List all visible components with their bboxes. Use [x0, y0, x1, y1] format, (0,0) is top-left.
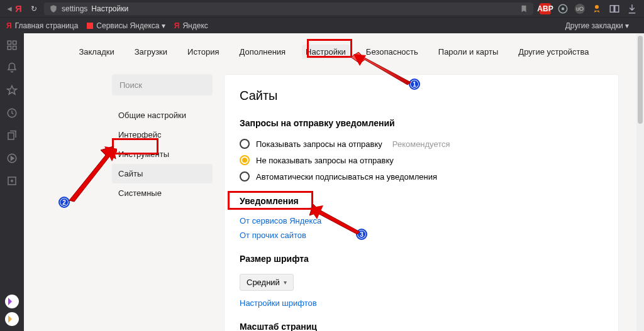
tab-addons[interactable]: Дополнения: [235, 45, 289, 59]
address-title: Настройки: [91, 4, 128, 13]
svg-rect-7: [8, 46, 11, 50]
bell-icon[interactable]: [6, 62, 18, 73]
panel-title: Сайты: [240, 89, 603, 103]
settings-search[interactable]: Поиск: [112, 74, 213, 95]
radio-icon: [240, 139, 250, 149]
bookmarks-bar: ЯГлавная страница Сервисы Яндекса ▾ ЯЯнд…: [0, 17, 644, 33]
settings-tabs: Закладки Загрузки История Дополнения Нас…: [24, 33, 644, 74]
svg-rect-4: [615, 5, 619, 12]
bookmark-label: Яндекс: [182, 21, 208, 30]
dropdown-value: Средний: [247, 278, 280, 287]
search-placeholder: Поиск: [119, 80, 142, 90]
tab-security[interactable]: Безопасность: [362, 45, 422, 59]
sidebar-item-interface[interactable]: Интерфейс: [112, 125, 213, 144]
panels-icon[interactable]: [609, 3, 620, 14]
link-other-sites-notifications[interactable]: От прочих сайтов: [240, 228, 603, 242]
radio-icon: [240, 171, 250, 182]
bookmark-flag-icon[interactable]: [519, 4, 528, 13]
tab-passwords[interactable]: Пароли и карты: [435, 45, 502, 59]
alice-assistant-icon[interactable]: [5, 295, 19, 308]
recommended-hint: Рекомендуется: [392, 139, 450, 149]
annotation-badge-3: 3: [356, 229, 367, 240]
alice-secondary-icon[interactable]: [5, 312, 19, 326]
settings-panel: Сайты Запросы на отправку уведомлений По…: [224, 74, 619, 331]
collections-icon[interactable]: [6, 130, 18, 141]
star-icon[interactable]: [6, 85, 18, 96]
bookmark-label: Главная страница: [15, 21, 79, 30]
shield-icon: [49, 4, 58, 13]
tab-bookmarks[interactable]: Закладки: [75, 45, 118, 59]
svg-point-1: [562, 7, 565, 10]
svg-rect-5: [8, 41, 11, 44]
browser-top-bar: ◄ Я ↻ settings Настройки ABP uO: [0, 0, 644, 17]
apps-grid-icon[interactable]: [6, 40, 18, 51]
section-notifications: Уведомления: [240, 196, 603, 206]
bookmark-yandex[interactable]: ЯЯндекс: [174, 21, 208, 30]
section-page-zoom: Масштаб страниц: [240, 322, 603, 331]
link-font-settings[interactable]: Настройки шрифтов: [240, 296, 603, 310]
nav-back-icon[interactable]: ◄: [4, 4, 15, 13]
tab-other-devices[interactable]: Другие устройства: [514, 45, 592, 59]
link-yandex-services-notifications[interactable]: От сервисов Яндекса: [240, 214, 603, 228]
sidebar-item-system[interactable]: Системные: [112, 183, 213, 203]
annotation-badge-1: 1: [409, 79, 420, 90]
download-icon[interactable]: [626, 3, 638, 14]
font-size-dropdown[interactable]: Средний ▾: [240, 274, 294, 291]
svg-rect-8: [13, 46, 16, 50]
tab-history[interactable]: История: [184, 45, 223, 59]
svg-rect-10: [8, 133, 14, 140]
radio-icon-selected: [240, 155, 250, 165]
radio-show-requests[interactable]: Показывать запросы на отправку Рекоменду…: [240, 136, 603, 152]
section-font-size: Размер шрифта: [240, 254, 603, 264]
address-scheme: settings: [62, 4, 87, 13]
bookmark-home[interactable]: ЯГлавная страница: [6, 21, 78, 30]
svg-rect-6: [13, 41, 16, 44]
settings-sidebar: Поиск Общие настройки Интерфейс Инструме…: [112, 74, 213, 331]
radio-label: Автоматически подписываться на уведомлен…: [256, 172, 437, 182]
reload-icon[interactable]: ↻: [28, 4, 40, 13]
bookmark-services[interactable]: Сервисы Яндекса ▾: [87, 21, 165, 30]
radio-label: Показывать запросы на отправку: [256, 139, 382, 149]
extension-icons: ABP uO: [537, 3, 640, 14]
left-rail: [0, 33, 24, 331]
scrollbar-thumb[interactable]: [638, 36, 643, 124]
tab-downloads[interactable]: Загрузки: [131, 45, 171, 59]
add-panel-icon[interactable]: [6, 175, 18, 187]
tab-settings[interactable]: Настройки: [302, 45, 350, 59]
bookmark-label: Сервисы Яндекса ▾: [96, 21, 165, 30]
svg-point-2: [595, 5, 599, 9]
play-circle-icon[interactable]: [6, 153, 18, 164]
sidebar-item-sites[interactable]: Сайты: [112, 164, 213, 183]
annotation-badge-2: 2: [58, 197, 70, 208]
section-notification-requests: Запросы на отправку уведомлений: [240, 118, 603, 128]
chevron-down-icon: ▾: [284, 279, 287, 286]
sidebar-item-general[interactable]: Общие настройки: [112, 106, 213, 125]
vertical-scrollbar[interactable]: [636, 33, 644, 331]
settings-content: Закладки Загрузки История Дополнения Нас…: [24, 33, 644, 331]
abp-icon[interactable]: ABP: [540, 3, 551, 14]
history-icon[interactable]: [6, 107, 18, 119]
yandex-logo-icon[interactable]: Я: [15, 3, 28, 14]
radio-auto-subscribe[interactable]: Автоматически подписываться на уведомлен…: [240, 168, 603, 185]
ublock-icon[interactable]: uO: [575, 4, 585, 14]
radio-label: Не показывать запросы на отправку: [256, 156, 394, 165]
sidebar-item-tools[interactable]: Инструменты: [112, 144, 213, 164]
svg-rect-3: [610, 5, 614, 12]
radio-hide-requests[interactable]: Не показывать запросы на отправку: [240, 152, 603, 168]
bookmark-label: Другие закладки ▾: [565, 21, 629, 30]
ok-social-icon[interactable]: [591, 3, 602, 14]
other-bookmarks[interactable]: Другие закладки ▾: [565, 21, 629, 30]
radar-icon[interactable]: [557, 3, 569, 14]
address-bar[interactable]: settings Настройки: [44, 3, 533, 15]
